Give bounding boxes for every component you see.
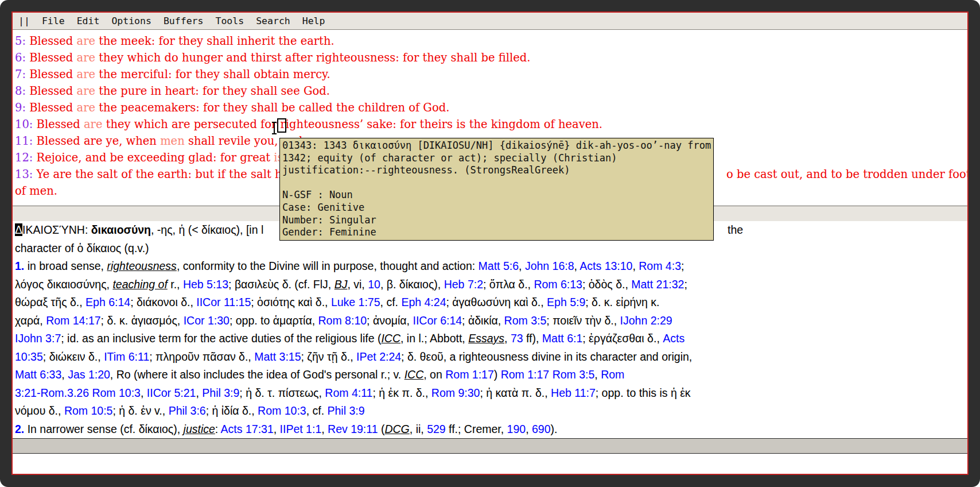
scripture-ref-link[interactable]: Rom 10:5: [64, 404, 113, 417]
scripture-ref-link[interactable]: Rom 1:17: [445, 368, 494, 381]
scripture-ref-link[interactable]: Matt 3:15: [254, 350, 301, 363]
scripture-ref-link[interactable]: Acts 13:10: [580, 260, 632, 272]
lexicon-text: ; ὁδὸς δ.,: [582, 278, 631, 291]
scripture-ref-link[interactable]: Phil 3:9: [202, 386, 239, 399]
scripture-ref-link[interactable]: Rom 10:3: [92, 386, 141, 399]
lexicon-text: , vi,: [347, 278, 368, 291]
scripture-ref-link[interactable]: Matt 6:1: [542, 332, 582, 345]
menu-item-file[interactable]: File: [42, 16, 65, 26]
lexicon-text: :: [215, 423, 221, 435]
text-cursor-hollow: [277, 118, 286, 133]
lexicon-text: ,: [141, 386, 147, 399]
menu-item-buffers[interactable]: Buffers: [164, 16, 204, 26]
verse-line: 10: Blessed are they which are persecute…: [15, 116, 967, 133]
scripture-ref-link[interactable]: 3:21-Rom.3.26: [15, 386, 89, 399]
lexicon-text: ;: [681, 260, 684, 272]
lexicon-line: 3:21-Rom.3.26 Rom 10:3, IICor 5:21, Phil…: [15, 384, 967, 403]
frame-content: || File Edit Options Buffers Tools Searc…: [13, 13, 967, 474]
scripture-ref-link[interactable]: 190: [507, 423, 526, 435]
verse-text: the merciful: for they shall obtain merc…: [95, 68, 330, 81]
scripture-ref-link[interactable]: Eph 6:14: [85, 296, 130, 308]
lexicon-line: Matt 6:33, Jas 1:20, Ro (where it also i…: [15, 366, 967, 384]
scripture-ref-link[interactable]: 10: [368, 278, 380, 291]
scripture-ref-link[interactable]: Acts: [663, 332, 685, 345]
scripture-ref-link[interactable]: Acts 17:31: [221, 423, 274, 435]
verse-number: 13:: [15, 168, 33, 181]
verse-text: Blessed: [26, 101, 77, 114]
menu-item-edit[interactable]: Edit: [77, 16, 100, 26]
italic-term: Essays: [468, 332, 504, 345]
lexicon-line: λόγος δικαιοσύνης, teaching of r., Heb 5…: [15, 276, 967, 294]
scripture-ref-link[interactable]: Rom 3:5: [553, 368, 595, 381]
scripture-ref-link[interactable]: Rom 14:17: [46, 314, 100, 327]
lexicon-text: In narrower sense (cf. δίκαιος),: [24, 423, 183, 435]
scripture-ref-link[interactable]: IICor 6:14: [413, 314, 462, 327]
scripture-ref-link[interactable]: Luke 1:75: [331, 296, 380, 308]
scripture-ref-link[interactable]: Matt 6:33: [15, 368, 61, 381]
scripture-ref-link[interactable]: Rev 19:11: [328, 423, 378, 435]
scripture-ref-link[interactable]: 529: [427, 423, 446, 435]
lexicon-text: ): [494, 368, 501, 381]
verse-text: the meek: for they shall inherit the ear…: [95, 34, 335, 48]
menu-item-help[interactable]: Help: [302, 16, 325, 26]
lexicon-text: ff),: [523, 332, 542, 345]
lexicon-text: ; ἡ δ. ἐν v.,: [112, 404, 168, 417]
scripture-ref-link[interactable]: IJohn 3:7: [15, 332, 61, 345]
tooltip-line: Number: Singular: [282, 214, 711, 227]
scripture-ref-link[interactable]: Jas 1:20: [68, 368, 110, 381]
scripture-ref-link[interactable]: IJohn 2:29: [620, 314, 672, 327]
italic-term: BJ: [335, 278, 348, 291]
lexicon-text: in broad sense,: [24, 260, 107, 272]
scripture-ref-link[interactable]: Rom 10:3: [258, 404, 306, 417]
scripture-ref-link[interactable]: Eph 4:24: [401, 296, 446, 308]
verse-number: 11:: [15, 134, 33, 148]
scripture-ref-link[interactable]: John 16:8: [525, 260, 574, 272]
tooltip-line: N-GSF : Noun: [282, 189, 711, 202]
scripture-ref-link[interactable]: Rom 4:3: [639, 260, 681, 272]
scripture-ref-link[interactable]: IICor 5:21: [147, 386, 196, 399]
scripture-ref-link[interactable]: Matt 5:6: [479, 260, 519, 272]
verse-text: Blessed: [33, 118, 84, 131]
scripture-ref-link[interactable]: Rom 1:17: [501, 368, 550, 381]
verse-line: 8: Blessed are the pure in heart: for th…: [15, 83, 967, 99]
verse-text: they which do hunger and thirst after ri…: [95, 51, 530, 64]
scripture-ref-link[interactable]: Rom 4:11: [325, 386, 372, 399]
echo-area[interactable]: (diatheke nil *temp* t -b Robinson -o m …: [13, 454, 967, 475]
scripture-ref-link[interactable]: IIPet 1:1: [280, 423, 322, 435]
lexicon-text: ,: [196, 386, 202, 399]
scripture-ref-link[interactable]: IICor 11:15: [196, 296, 251, 308]
scripture-ref-link[interactable]: 73: [511, 332, 523, 345]
scripture-ref-link[interactable]: 10:35: [15, 350, 43, 363]
lexicon-text: ,: [61, 368, 68, 381]
scripture-ref-link[interactable]: Rom 6:13: [534, 278, 582, 291]
lexicon-text: , Ro (where it also includes the idea of…: [110, 368, 405, 381]
scripture-ref-link[interactable]: ITim 6:11: [104, 350, 149, 363]
scripture-ref-link[interactable]: Rom 9:30: [431, 386, 480, 399]
lexicon-text: r.,: [168, 278, 183, 291]
menu-item-search[interactable]: Search: [256, 16, 290, 26]
scripture-ref-link[interactable]: Rom: [601, 368, 624, 381]
menu-item-options[interactable]: Options: [111, 16, 151, 26]
lexicon-text: λόγος δικαιοσύνης,: [15, 278, 112, 291]
menu-item-tools[interactable]: Tools: [215, 16, 244, 26]
scripture-ref-link[interactable]: Eph 5:9: [547, 296, 585, 308]
scripture-ref-link[interactable]: Rom 3:5: [504, 314, 547, 327]
verse-text: Rejoice, and be exceeding glad: for grea…: [33, 151, 274, 164]
scripture-ref-link[interactable]: Matt 21:32: [631, 278, 684, 291]
lexicon-buffer[interactable]: ΔΙΚΑΙΟΣΎΝΗ: δικαιοσύνη, -ης, ἡ (< δίκαιο…: [13, 221, 967, 438]
scripture-ref-link[interactable]: Heb 5:13: [183, 278, 228, 291]
lexicon-text-continuation: the: [728, 221, 743, 239]
scripture-ref-link[interactable]: Phil 3:6: [169, 404, 206, 417]
lexicon-headword: δικαιοσύνη: [91, 223, 151, 236]
scripture-ref-link[interactable]: Heb 11:7: [551, 386, 596, 399]
verse-number: 12:: [15, 151, 33, 164]
italic-term: ICC: [381, 332, 400, 345]
scripture-ref-link[interactable]: Phil 3:9: [328, 404, 365, 417]
lexicon-line: character of ὁ δίκαιος (q.v.): [15, 239, 967, 258]
scripture-ref-link[interactable]: IPet 2:24: [356, 350, 401, 363]
scripture-ref-link[interactable]: 690: [532, 423, 551, 435]
verse-text: Blessed: [26, 68, 77, 81]
scripture-ref-link[interactable]: Heb 7:2: [444, 278, 483, 291]
scripture-ref-link[interactable]: Rom 8:10: [318, 314, 367, 327]
scripture-ref-link[interactable]: ICor 1:30: [184, 314, 230, 327]
